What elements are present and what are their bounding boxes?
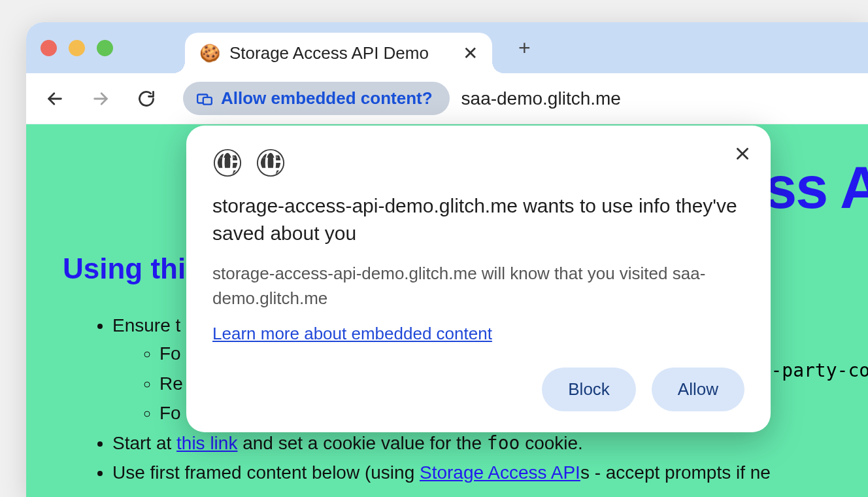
- permission-chip[interactable]: Allow embedded content?: [183, 82, 450, 115]
- page-code-fragment: -party-coo: [771, 360, 868, 381]
- popover-title: storage-access-api-demo.glitch.me wants …: [212, 192, 744, 247]
- learn-more-link[interactable]: Learn more about embedded content: [212, 324, 492, 344]
- window-controls: [41, 40, 113, 56]
- page-title-fragment: ss A: [764, 154, 868, 222]
- list-item: Use first framed content below (using St…: [112, 458, 831, 487]
- new-tab-button[interactable]: +: [518, 36, 531, 60]
- tab-strip: 🍪 Storage Access API Demo ✕ +: [26, 22, 868, 73]
- window-minimize-button[interactable]: [69, 40, 85, 56]
- popover-description: storage-access-api-demo.glitch.me will k…: [212, 262, 744, 311]
- toolbar: Allow embedded content? saa-demo.glitch.…: [26, 73, 868, 124]
- tab-close-icon[interactable]: ✕: [463, 43, 478, 64]
- tab-title: Storage Access API Demo: [229, 43, 454, 63]
- permission-chip-label: Allow embedded content?: [221, 88, 433, 109]
- browser-tab[interactable]: 🍪 Storage Access API Demo ✕: [185, 33, 492, 73]
- allow-button[interactable]: Allow: [652, 368, 744, 411]
- window-fullscreen-button[interactable]: [97, 40, 113, 56]
- forward-button[interactable]: [86, 84, 115, 113]
- tab-favicon-cookie-icon: 🍪: [199, 43, 220, 63]
- popover-close-button[interactable]: [734, 145, 751, 165]
- list-item: Start at this link and set a cookie valu…: [112, 429, 831, 457]
- back-button[interactable]: [41, 84, 69, 113]
- storage-access-api-link[interactable]: Storage Access API: [420, 462, 580, 483]
- svg-rect-3: [203, 97, 212, 104]
- popover-site-icons: [212, 148, 744, 180]
- this-link[interactable]: this link: [176, 433, 237, 453]
- reload-button[interactable]: [132, 84, 161, 113]
- close-icon: [734, 145, 751, 162]
- permission-popover: storage-access-api-demo.glitch.me wants …: [186, 126, 771, 432]
- address-bar[interactable]: Allow embedded content? saa-demo.glitch.…: [183, 82, 854, 115]
- globe-icon: [256, 148, 286, 180]
- reload-icon: [137, 90, 156, 108]
- embed-permission-icon: [196, 90, 213, 107]
- block-button[interactable]: Block: [542, 368, 636, 411]
- globe-icon: [212, 148, 242, 180]
- popover-actions: Block Allow: [212, 368, 744, 411]
- arrow-left-icon: [46, 90, 64, 108]
- url-text: saa-demo.glitch.me: [461, 88, 621, 109]
- arrow-right-icon: [92, 90, 110, 108]
- window-close-button[interactable]: [41, 40, 57, 56]
